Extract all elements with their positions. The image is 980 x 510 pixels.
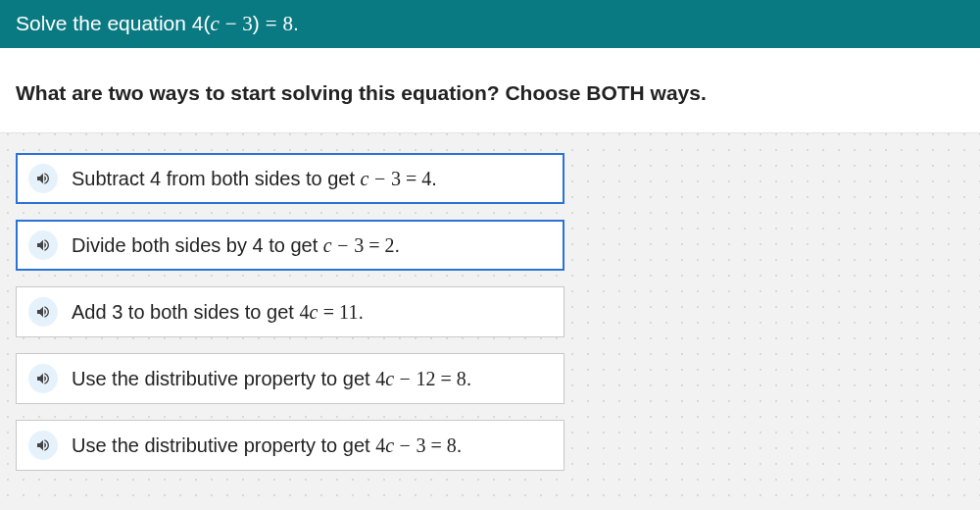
question-prompt: What are two ways to start solving this … [0, 48, 980, 133]
option-text: Use the distributive property to get 4c … [72, 368, 471, 390]
speaker-icon[interactable] [28, 431, 58, 460]
answer-option-4[interactable]: Use the distributive property to get 4c … [16, 420, 564, 471]
answer-option-1[interactable]: Divide both sides by 4 to get c − 3 = 2. [16, 220, 564, 271]
answer-option-0[interactable]: Subtract 4 from both sides to get c − 3 … [16, 153, 564, 204]
option-text: Divide both sides by 4 to get c − 3 = 2. [72, 234, 400, 257]
header-equation: 4(c − 3) = 8. [192, 12, 299, 34]
answer-option-2[interactable]: Add 3 to both sides to get 4c = 11. [16, 286, 564, 337]
speaker-icon[interactable] [28, 364, 58, 393]
answer-option-3[interactable]: Use the distributive property to get 4c … [16, 353, 564, 404]
speaker-icon[interactable] [28, 297, 58, 327]
option-text: Use the distributive property to get 4c … [72, 434, 462, 457]
option-text: Add 3 to both sides to get 4c = 11. [72, 301, 364, 324]
speaker-icon[interactable] [28, 164, 58, 193]
option-text: Subtract 4 from both sides to get c − 3 … [72, 168, 437, 190]
header-prefix: Solve the equation [16, 12, 192, 34]
question-header: Solve the equation 4(c − 3) = 8. [0, 0, 980, 48]
speaker-icon[interactable] [28, 230, 58, 260]
options-list: Subtract 4 from both sides to get c − 3 … [0, 153, 980, 471]
content-area: What are two ways to start solving this … [0, 48, 980, 510]
